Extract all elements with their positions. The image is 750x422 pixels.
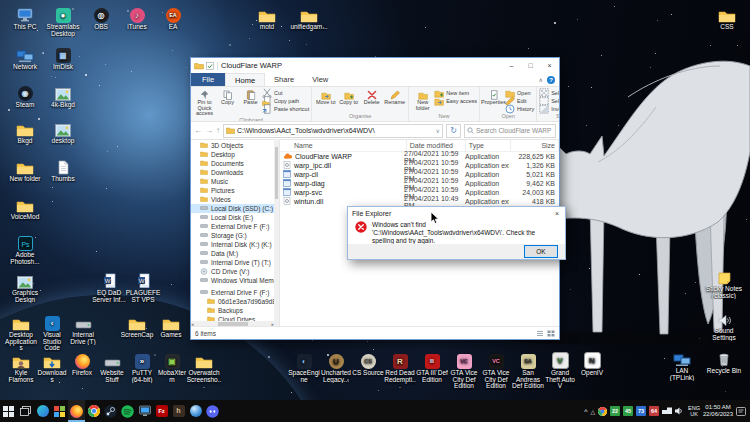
desktop-icon-kyle-flamons[interactable]: Kyle Flamons — [4, 352, 38, 383]
desktop-icon-steam[interactable]: ◉Steam — [6, 84, 44, 109]
minimize-button[interactable]: – — [502, 58, 521, 73]
sidebar-item-local-disk-ssd-c[interactable]: Local Disk (SSD) (C:) — [191, 204, 279, 213]
hw-monitor-badge-45[interactable]: 45 — [623, 406, 633, 416]
desktop-icon-motd[interactable]: motd — [248, 6, 286, 31]
sidebar-item-external-drive-f-f[interactable]: External Drive F (F:) — [191, 288, 279, 297]
address-input[interactable]: C:\Windows\AAct_Tools\wdvdriver\x64WDV\ … — [223, 124, 443, 138]
chrome-tray-icon[interactable] — [598, 407, 607, 416]
sidebar-item-downloads[interactable]: Downloads — [191, 168, 279, 177]
desktop-icon-eq-dad-server-inf[interactable]: WEQ DaD Server Inf... — [90, 272, 128, 303]
close-button[interactable]: × — [540, 58, 559, 73]
sidebar-item-desktop[interactable]: Desktop — [191, 150, 279, 159]
desktop-icon-thumbs[interactable]: Thumbs — [44, 158, 82, 183]
sidebar-item-cd-drive-v[interactable]: CD Drive (V:) — [191, 267, 279, 276]
hw-monitor-badge-22[interactable]: 22 — [610, 406, 620, 416]
up-icon[interactable]: ↑ — [216, 127, 220, 135]
desktop-icon-4k-bkgd[interactable]: 4k-Bkgd — [44, 84, 82, 109]
desktop-icon-screencap[interactable]: ScreenCap — [118, 314, 156, 339]
taskbar-icon-chrome[interactable] — [85, 400, 102, 422]
language-indicator[interactable]: ENGUK — [688, 405, 700, 417]
help-icon[interactable]: ? — [547, 76, 555, 84]
tab-file[interactable]: File — [191, 73, 225, 86]
column-name[interactable]: Name — [280, 139, 407, 151]
desktop-icon-ea[interactable]: EAEA — [154, 6, 192, 31]
sidebar-item-music[interactable]: Music — [191, 177, 279, 186]
desktop-icon-visual-studio-code[interactable]: ‹Visual Studio Code — [36, 314, 68, 352]
taskbar-icon-firefox[interactable] — [68, 400, 85, 422]
desktop-icon-graphics-design[interactable]: Graphics Design — [6, 272, 44, 303]
desktop-icon-this-pc[interactable]: This PC — [6, 6, 44, 31]
tab-view[interactable]: View — [303, 73, 337, 86]
desktop-icon-red-dead-redempti[interactable]: RRed Dead Redempti... — [384, 352, 416, 390]
taskbar-icon-discord[interactable] — [204, 400, 221, 422]
column-type[interactable]: Type — [466, 139, 512, 151]
ribbon-move-to-button[interactable]: Move to — [314, 88, 337, 113]
clock[interactable]: 01:50 AM22/06/2023 — [703, 404, 733, 418]
taskbar-icon-steam[interactable] — [102, 400, 119, 422]
desktop-icon-new-folder[interactable]: New folder — [6, 158, 44, 183]
taskbar-icon-photoshop[interactable]: h — [170, 400, 187, 422]
details-view-icon[interactable] — [536, 330, 544, 337]
ribbon-copy-button[interactable]: Copy — [216, 88, 239, 117]
desktop-icon-san-andreas-def-edition[interactable]: SASan Andreas Def Edition — [512, 352, 544, 390]
sidebar-item-06d1e3ea7d96a9d86c8652fe[interactable]: 06d1e3ea7d96a9d86c8652fe — [191, 297, 279, 306]
desktop-icon-uncharted-legacy[interactable]: UUncharted Legacy... — [320, 352, 352, 383]
sidebar-vertical-scrollbar[interactable] — [274, 139, 279, 327]
sidebar-item-external-drive-f-f[interactable]: External Drive F (F:) — [191, 222, 279, 231]
ribbon-easy-access-button[interactable]: Easy access — [434, 97, 477, 105]
file-row-wintun-dll[interactable]: wintun.dll27/04/2021 10:49 PMApplication… — [280, 197, 559, 206]
taskbar-icon-app-grid[interactable] — [51, 400, 68, 422]
taskbar-icon-task-view[interactable] — [17, 400, 34, 422]
hw-monitor-badge-64[interactable]: 64 — [649, 406, 659, 416]
onedrive-icon[interactable]: △ — [590, 408, 595, 415]
desktop-icon-website-stuff[interactable]: Website Stuff — [96, 352, 128, 383]
desktop-icon-unifiedgam[interactable]: unifiedgam... — [290, 6, 328, 31]
ribbon-paste-shortcut-button[interactable]: Paste shortcut — [262, 105, 309, 113]
desktop-icon-plaguefest-vps[interactable]: WPLAGUEFEST VPS — [124, 272, 162, 303]
desktop-icon-css[interactable]: CSS — [708, 6, 746, 31]
sidebar-item-videos[interactable]: Videos — [191, 195, 279, 204]
desktop-icon-desktop[interactable]: desktop — [44, 120, 82, 145]
desktop-icon-gta-vice-city-def-edition[interactable]: VCGTA Vice City Def Edition — [480, 352, 512, 390]
back-icon[interactable]: ← — [194, 127, 202, 135]
desktop-icon-games[interactable]: Games — [152, 314, 190, 339]
desktop-icon-cs-source[interactable]: CSCS Source — [352, 352, 384, 377]
desktop-icon-streamlabs-desktop[interactable]: ●Streamlabs Desktop — [44, 6, 82, 37]
desktop-icon-desktop-applications[interactable]: Desktop Applications — [4, 314, 38, 352]
taskbar-icon-web-browser[interactable] — [187, 400, 204, 422]
taskbar-icon-spotify[interactable] — [119, 400, 136, 422]
sidebar-item-pictures[interactable]: Pictures — [191, 186, 279, 195]
desktop-icon-spaceengine[interactable]: ◐SpaceEngine — [288, 352, 320, 383]
desktop-icon-network[interactable]: Network — [6, 46, 44, 71]
desktop-icon-putty-64-bit[interactable]: »PuTTY (64-bit) — [126, 352, 158, 383]
desktop-icon-adobe-photosh[interactable]: PsAdobe Photosh... — [6, 234, 44, 265]
desktop-icon-lan-tplink[interactable]: LAN (TPLink) — [664, 350, 700, 381]
collapse-ribbon-icon[interactable]: ∧ — [539, 76, 543, 83]
taskbar-icon-edge-browser[interactable] — [34, 400, 51, 422]
ok-button[interactable]: OK — [524, 245, 558, 258]
desktop-icon-imdisk[interactable]: ▦ImDisk — [44, 46, 82, 71]
tab-share[interactable]: Share — [265, 73, 303, 86]
desktop-icon-firefox[interactable]: Firefox — [66, 352, 98, 377]
desktop-icon-overwatch-screensho[interactable]: Overwatch Screensho... — [186, 352, 222, 390]
taskbar-icon-start[interactable] — [0, 400, 17, 422]
sidebar-item-documents[interactable]: Documents — [191, 159, 279, 168]
sidebar-item-storage-g[interactable]: Storage (G:) — [191, 231, 279, 240]
search-input[interactable]: Search CloudFlare WARP — [464, 124, 556, 138]
desktop-icon-voicemod[interactable]: VoiceMod — [6, 196, 44, 221]
network-icon[interactable] — [662, 407, 672, 415]
column-size[interactable]: Size — [511, 139, 559, 151]
sidebar-item-internal-drive-t-t[interactable]: Internal Drive (T) (T:) — [191, 258, 279, 267]
volume-icon[interactable] — [675, 407, 685, 415]
taskbar-icon-remote-desktop[interactable] — [136, 400, 153, 422]
ribbon-history-button[interactable]: History — [505, 105, 534, 113]
desktop-icon-obs[interactable]: ◎OBS — [82, 6, 120, 31]
ribbon-new-folder-button[interactable]: New folder — [411, 88, 434, 113]
hidden-icons-chevron[interactable]: ^ — [584, 408, 587, 415]
taskbar-icon-filezilla[interactable]: Fz — [153, 400, 170, 422]
desktop-icon-internal-drive-t[interactable]: Internal Drive (T) — [66, 314, 100, 345]
quick-access-toolbar[interactable] — [194, 62, 218, 70]
address-dropdown-icon[interactable]: ∨ — [436, 127, 440, 135]
desktop-icon-bkgd[interactable]: Bkgd — [6, 120, 44, 145]
ribbon-properties-button[interactable]: Properties — [482, 88, 505, 113]
